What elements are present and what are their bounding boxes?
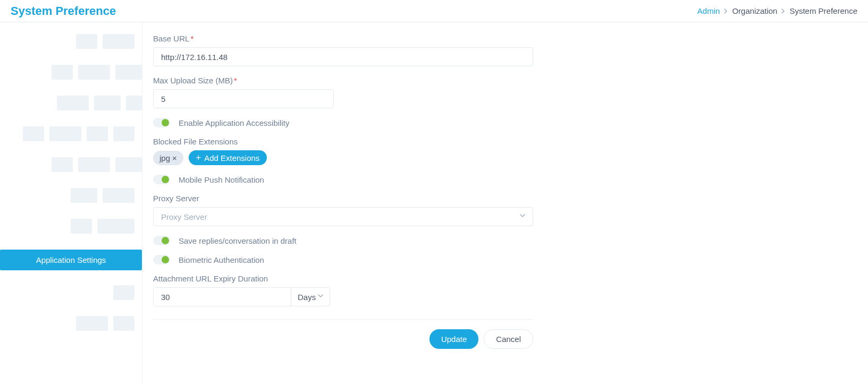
save-draft-toggle[interactable] — [153, 236, 170, 245]
attachment-expiry-group: Attachment URL Expiry Duration Days — [153, 274, 857, 306]
plus-icon: + — [196, 153, 201, 162]
attachment-expiry-label: Attachment URL Expiry Duration — [153, 274, 857, 283]
max-upload-group: Max Upload Size (MB)* — [153, 76, 857, 108]
blocked-ext-group: Blocked File Extensions jpg × + Add Exte… — [153, 137, 857, 165]
sidebar-item[interactable] — [0, 96, 142, 110]
max-upload-input[interactable] — [153, 89, 334, 108]
save-draft-label: Save replies/conversation in draft — [179, 236, 297, 245]
page-header: System Preference Admin Organization Sys… — [0, 0, 868, 22]
base-url-input[interactable] — [153, 47, 533, 66]
chevron-right-icon — [724, 6, 728, 15]
chevron-down-icon — [520, 214, 525, 219]
chevron-right-icon — [781, 6, 785, 15]
sidebar: Application Settings — [0, 22, 142, 385]
blocked-ext-label: Blocked File Extensions — [153, 137, 857, 146]
mobile-push-label: Mobile Push Notification — [179, 175, 264, 184]
biometric-row: Biometric Authentication — [153, 255, 857, 264]
page-title: System Preference — [11, 4, 116, 18]
sidebar-item[interactable] — [0, 316, 142, 331]
enable-accessibility-row: Enable Application Accessibility — [153, 118, 857, 127]
update-button[interactable]: Update — [429, 329, 478, 349]
extension-tag-text: jpg — [159, 153, 170, 162]
save-draft-row: Save replies/conversation in draft — [153, 236, 857, 245]
sidebar-item[interactable] — [0, 126, 142, 141]
sidebar-item-application-settings[interactable]: Application Settings — [0, 250, 142, 270]
base-url-group: Base URL* — [153, 34, 857, 66]
max-upload-label: Max Upload Size (MB)* — [153, 76, 857, 85]
attachment-expiry-input[interactable] — [154, 288, 291, 306]
proxy-select[interactable]: Proxy Server — [153, 207, 533, 226]
sidebar-item[interactable] — [0, 188, 142, 203]
enable-accessibility-label: Enable Application Accessibility — [179, 118, 289, 127]
content: Application Settings Base URL* Max Uploa… — [0, 22, 868, 385]
breadcrumb-current: System Preference — [789, 6, 857, 15]
attachment-expiry-unit-select[interactable]: Days — [291, 288, 330, 306]
divider — [153, 319, 533, 320]
sidebar-item[interactable] — [0, 65, 142, 80]
biometric-label: Biometric Authentication — [179, 255, 264, 264]
proxy-group: Proxy Server Proxy Server — [153, 194, 857, 226]
mobile-push-toggle[interactable] — [153, 175, 170, 184]
breadcrumb-admin[interactable]: Admin — [697, 6, 720, 15]
base-url-label: Base URL* — [153, 34, 857, 43]
biometric-toggle[interactable] — [153, 255, 170, 264]
main-form: Base URL* Max Upload Size (MB)* Enable A… — [142, 22, 868, 385]
chevron-down-icon — [318, 294, 323, 300]
sidebar-item[interactable] — [0, 285, 142, 300]
cancel-button[interactable]: Cancel — [484, 329, 533, 349]
enable-accessibility-toggle[interactable] — [153, 118, 170, 127]
sidebar-item[interactable] — [0, 157, 142, 172]
mobile-push-row: Mobile Push Notification — [153, 175, 857, 184]
breadcrumb: Admin Organization System Preference — [697, 6, 857, 15]
proxy-label: Proxy Server — [153, 194, 857, 203]
sidebar-item[interactable] — [0, 219, 142, 234]
add-extensions-button[interactable]: + Add Extensions — [189, 150, 267, 165]
sidebar-item[interactable] — [0, 34, 142, 49]
extension-tag: jpg × — [153, 151, 183, 165]
proxy-placeholder: Proxy Server — [161, 212, 207, 221]
close-icon[interactable]: × — [172, 153, 177, 162]
breadcrumb-organization[interactable]: Organization — [732, 6, 777, 15]
form-actions: Update Cancel — [153, 329, 533, 349]
